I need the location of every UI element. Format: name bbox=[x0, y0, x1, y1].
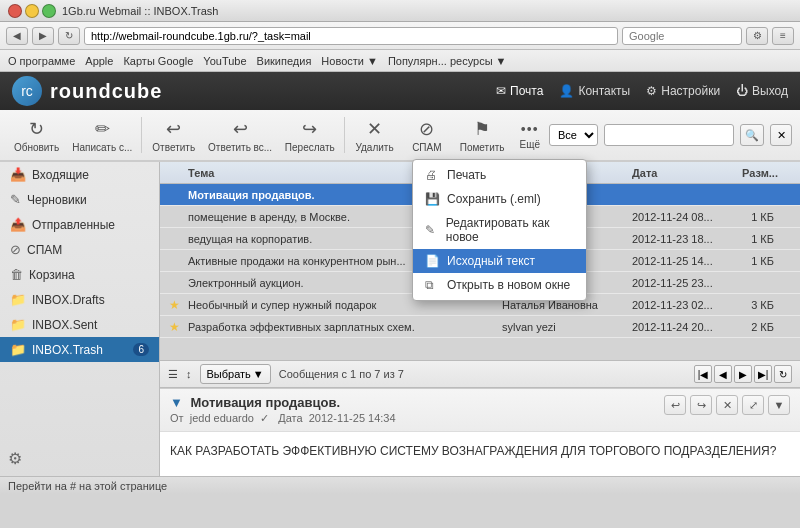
message-count: Сообщения с 1 по 7 из 7 bbox=[279, 368, 404, 380]
select-chevron-icon: ▼ bbox=[253, 368, 264, 380]
select-button[interactable]: Выбрать ▼ bbox=[200, 364, 271, 384]
sidebar-item-inbox-drafts[interactable]: 📁 INBOX.Drafts bbox=[0, 287, 159, 312]
open-new-icon: ⧉ bbox=[425, 278, 439, 292]
list-view-icon: ☰ bbox=[168, 368, 178, 381]
nav-settings[interactable]: ⚙ Настройки bbox=[646, 84, 720, 98]
refresh-button[interactable]: ↻ Обновить bbox=[8, 114, 65, 157]
ctx-print[interactable]: 🖨 Печать bbox=[413, 163, 586, 187]
email-flag-7: ★ bbox=[164, 320, 184, 334]
bottom-bar: ☰ ↕ Выбрать ▼ Сообщения с 1 по 7 из 7 |◀… bbox=[160, 360, 800, 388]
preview-meta: От jedd eduardo ✓ Дата 2012-11-25 14:34 bbox=[170, 412, 396, 425]
preview-forward-button[interactable]: ↪ bbox=[690, 395, 712, 415]
app-header: rc roundcube ✉ Почта 👤 Контакты ⚙ Настро… bbox=[0, 72, 800, 110]
sidebar-item-inbox-sent[interactable]: 📁 INBOX.Sent bbox=[0, 312, 159, 337]
back-button[interactable]: ◀ bbox=[6, 27, 28, 45]
prev-page-button[interactable]: ◀ bbox=[714, 365, 732, 383]
window-controls[interactable] bbox=[8, 4, 56, 18]
email-size-6: 3 КБ bbox=[738, 299, 778, 311]
preview-reply-button[interactable]: ↩ bbox=[664, 395, 686, 415]
logout-button[interactable]: ⏻ Выход bbox=[736, 84, 788, 98]
mark-button[interactable]: ⚑ Пометить bbox=[454, 114, 511, 157]
last-page-button[interactable]: ▶| bbox=[754, 365, 772, 383]
trash-icon: 🗑 bbox=[10, 267, 23, 282]
ctx-edit[interactable]: ✎ Редактировать как новое bbox=[413, 211, 586, 249]
forward-button[interactable]: ▶ bbox=[32, 27, 54, 45]
email-size-7: 2 КБ bbox=[738, 321, 778, 333]
email-date-5: 2012-11-25 23... bbox=[628, 277, 738, 289]
app-logo: rc roundcube bbox=[12, 76, 162, 106]
preview-body: КАК РАЗРАБОТАТЬ ЭФФЕКТИВНУЮ СИСТЕМУ ВОЗН… bbox=[160, 432, 800, 476]
email-row-7[interactable]: ★ Разработка эффективных зарплатных схем… bbox=[160, 316, 800, 338]
maximize-button[interactable] bbox=[42, 4, 56, 18]
preview-expand-button[interactable]: ⤢ bbox=[742, 395, 764, 415]
bookmark-apple[interactable]: Apple bbox=[85, 55, 113, 67]
email-flag-6: ★ bbox=[164, 298, 184, 312]
ctx-save[interactable]: 💾 Сохранить (.eml) bbox=[413, 187, 586, 211]
inbox-icon: 📥 bbox=[10, 167, 26, 182]
preview-date: 2012-11-25 14:34 bbox=[309, 412, 396, 424]
nav-mail[interactable]: ✉ Почта bbox=[496, 84, 543, 98]
bookmark-wiki[interactable]: Википедия bbox=[257, 55, 312, 67]
col-size-header[interactable]: Разм... bbox=[738, 167, 778, 179]
forward-button[interactable]: ↪ Переслать bbox=[279, 114, 340, 157]
clear-search-button[interactable]: ✕ bbox=[770, 124, 792, 146]
compose-button[interactable]: ✏ Написать с... bbox=[67, 114, 137, 157]
inbox-trash-badge: 6 bbox=[133, 343, 149, 356]
spam-folder-icon: ⊘ bbox=[10, 242, 21, 257]
bookmark-maps[interactable]: Карты Google bbox=[123, 55, 193, 67]
email-date-2: 2012-11-24 08... bbox=[628, 211, 738, 223]
preview-delete-button[interactable]: ✕ bbox=[716, 395, 738, 415]
search-input[interactable] bbox=[622, 27, 742, 45]
url-input[interactable] bbox=[84, 27, 618, 45]
bookmark-news[interactable]: Новости ▼ bbox=[321, 55, 378, 67]
folder-icon-1: 📁 bbox=[10, 292, 26, 307]
nav-contacts[interactable]: 👤 Контакты bbox=[559, 84, 630, 98]
sidebar-item-spam[interactable]: ⊘ СПАМ bbox=[0, 237, 159, 262]
reply-button[interactable]: ↩ Ответить bbox=[146, 114, 201, 157]
filter-select[interactable]: Все bbox=[549, 124, 598, 146]
sidebar-settings-icon[interactable]: ⚙ bbox=[8, 450, 22, 467]
reload-button[interactable]: ↻ bbox=[58, 27, 80, 45]
sidebar-item-drafts[interactable]: ✎ Черновики bbox=[0, 187, 159, 212]
delete-button[interactable]: ✕ Удалить bbox=[349, 114, 400, 157]
sent-icon: 📤 bbox=[10, 217, 26, 232]
sidebar-item-inbox[interactable]: 📥 Входящие bbox=[0, 162, 159, 187]
collapse-icon[interactable]: ▼ bbox=[170, 395, 183, 410]
sidebar-item-trash[interactable]: 🗑 Корзина bbox=[0, 262, 159, 287]
preview-more-button[interactable]: ▼ bbox=[768, 395, 790, 415]
app-nav: ✉ Почта 👤 Контакты ⚙ Настройки ⏻ Выход bbox=[496, 84, 788, 98]
next-page-button[interactable]: ▶ bbox=[734, 365, 752, 383]
bookmark-popular[interactable]: Популярн... ресурсы ▼ bbox=[388, 55, 507, 67]
bookmark-youtube[interactable]: YouTube bbox=[203, 55, 246, 67]
list-refresh-button[interactable]: ↻ bbox=[774, 365, 792, 383]
minimize-button[interactable] bbox=[25, 4, 39, 18]
browser-menu-button[interactable]: ≡ bbox=[772, 27, 794, 45]
email-size-4: 1 КБ bbox=[738, 255, 778, 267]
more-button[interactable]: ••• Ещё bbox=[512, 117, 547, 154]
ctx-source[interactable]: 📄 Исходный текст bbox=[413, 249, 586, 273]
window-title: 1Gb.ru Webmail :: INBOX.Trash bbox=[62, 5, 219, 17]
bookmark-about[interactable]: О программе bbox=[8, 55, 75, 67]
preview-header: ▼ Мотивация продавцов. От jedd eduardo ✓… bbox=[160, 389, 800, 432]
sidebar-item-inbox-trash[interactable]: 📁 INBOX.Trash 6 bbox=[0, 337, 159, 362]
preview-subject: ▼ Мотивация продавцов. bbox=[170, 395, 396, 410]
preview-line-1: КАК РАЗРАБОТАТЬ ЭФФЕКТИВНУЮ СИСТЕМУ ВОЗН… bbox=[170, 442, 790, 460]
col-date-header[interactable]: Дата bbox=[628, 167, 738, 179]
refresh-icon: ↻ bbox=[29, 118, 44, 140]
from-verified-icon: ✓ bbox=[260, 412, 269, 424]
preview-from: jedd eduardo bbox=[190, 412, 254, 424]
spam-button[interactable]: ⊘ СПАМ bbox=[402, 114, 452, 157]
preview-actions: ↩ ↪ ✕ ⤢ ▼ bbox=[664, 395, 790, 415]
first-page-button[interactable]: |◀ bbox=[694, 365, 712, 383]
close-button[interactable] bbox=[8, 4, 22, 18]
reply-all-button[interactable]: ↩ Ответить вс... bbox=[203, 114, 277, 157]
settings-icon: ⚙ bbox=[646, 84, 657, 98]
mark-icon: ⚑ bbox=[474, 118, 490, 140]
email-search-input[interactable] bbox=[604, 124, 734, 146]
pagination: |◀ ◀ ▶ ▶| ↻ bbox=[694, 365, 792, 383]
contacts-icon: 👤 bbox=[559, 84, 574, 98]
ctx-open-new[interactable]: ⧉ Открыть в новом окне bbox=[413, 273, 586, 297]
sidebar-item-sent[interactable]: 📤 Отправленные bbox=[0, 212, 159, 237]
search-button[interactable]: 🔍 bbox=[740, 124, 764, 146]
browser-settings-button[interactable]: ⚙ bbox=[746, 27, 768, 45]
